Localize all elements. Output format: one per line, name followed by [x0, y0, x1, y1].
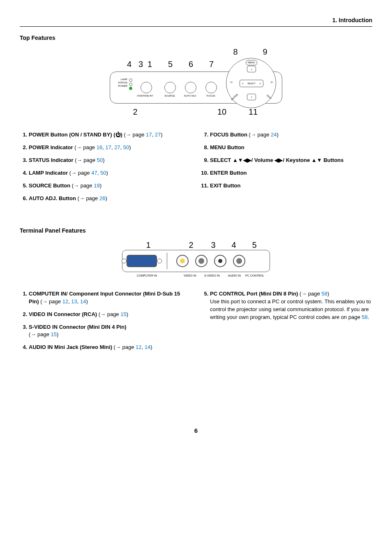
diag-vol-right-icon: ▻: [271, 80, 273, 84]
top-features-left: POWER Button (ON / STAND BY) (⏻) (→ page…: [20, 131, 191, 202]
diag-label-autoadj: AUTO ADJ.: [180, 94, 201, 97]
page-link[interactable]: 17: [105, 144, 111, 150]
feature-item-close: ): [86, 298, 88, 305]
feature-item-title: ENTER Button: [210, 170, 247, 176]
diag-label-source: SOURCE: [159, 94, 180, 97]
feature-item-tail: (→ page: [247, 132, 271, 138]
feature-item: MENU Button: [210, 144, 372, 152]
feature-item-title: EXIT Button: [210, 182, 240, 189]
page-link[interactable]: 24: [271, 132, 277, 138]
diag-enter-label: ENTER: [231, 93, 239, 101]
feature-item-tail: (→ page: [29, 331, 51, 337]
feature-item-close: ): [129, 144, 131, 150]
page-link[interactable]: 15: [120, 311, 126, 317]
link-separator: ,: [120, 144, 123, 150]
feature-item: SELECT ▲▼◀▶/ Volume ◀▶/ Keystone ▲▼ Butt…: [210, 157, 372, 164]
page-link[interactable]: 19: [94, 182, 99, 189]
diag-label-status: STATUS: [113, 81, 127, 84]
led-power: [129, 87, 132, 90]
term-item-5-bodylink[interactable]: 58: [362, 314, 367, 320]
led-lamp: [129, 78, 132, 82]
feature-item-tail: (→ page: [68, 170, 91, 176]
diag-exit-label: EXIT: [266, 94, 272, 100]
page-link[interactable]: 50: [100, 170, 106, 176]
page-link[interactable]: 47: [91, 170, 97, 176]
term-item-5-close: ): [327, 291, 329, 297]
term-item-5-body1: Use this port to connect a PC or control…: [210, 298, 371, 320]
feature-item: SOURCE Button (→ page 19): [29, 182, 191, 190]
page-link[interactable]: 14: [80, 298, 86, 305]
feature-item-title: S-VIDEO IN Connector (Mini DIN 4 Pin): [29, 324, 127, 330]
feature-item: AUDIO IN Mini Jack (Stereo Mini) (→ page…: [29, 344, 191, 351]
feature-item-close: ): [100, 182, 101, 189]
term-callout-2: 2: [187, 239, 195, 251]
callout-1: 1: [148, 58, 152, 70]
term-callout-1: 1: [144, 239, 152, 251]
feature-item-title: FOCUS Button: [210, 132, 247, 138]
link-separator: ,: [142, 344, 145, 350]
diag-dpad-down: ▿: [247, 94, 256, 100]
port-computer-in: [127, 255, 157, 267]
port-svideo-in: [195, 255, 208, 267]
feature-item-close: ): [103, 157, 104, 163]
top-features-right: FOCUS Button (→ page 24)MENU ButtonSELEC…: [201, 131, 372, 189]
port-audio-in: [214, 255, 226, 267]
page-link[interactable]: 27: [114, 144, 120, 150]
page-link[interactable]: 12: [136, 344, 141, 350]
term-callout-3: 3: [209, 239, 217, 251]
port-pc-control: [233, 255, 245, 267]
term-callout-4: 4: [230, 239, 238, 251]
feature-item-close: ): [105, 195, 107, 201]
page-link[interactable]: 50: [97, 157, 103, 163]
feature-item-tail: (→ page: [74, 157, 97, 163]
link-separator: ,: [152, 132, 155, 138]
diag-label-focus: FOCUS: [201, 94, 221, 97]
page-link[interactable]: 16: [97, 144, 102, 150]
page-link[interactable]: 27: [155, 132, 161, 138]
feature-item: FOCUS Button (→ page 24): [210, 131, 372, 139]
page-link[interactable]: 17: [146, 132, 152, 138]
feature-item: S-VIDEO IN Connector (Mini DIN 4 Pin)(→ …: [29, 323, 191, 339]
term-item-5-link[interactable]: 58: [321, 291, 327, 297]
chapter-header: 1. Introduction: [20, 16, 372, 25]
led-status: [129, 83, 132, 86]
term-item-5-body2: .: [368, 314, 369, 320]
feature-item: COMPUTER IN/ Component Input Connector (…: [29, 290, 191, 306]
callout-9: 9: [261, 46, 269, 58]
page-link[interactable]: 14: [145, 344, 150, 350]
feature-item-close: ): [277, 132, 279, 138]
callout-8: 8: [231, 46, 240, 58]
page-link[interactable]: 50: [123, 144, 129, 150]
page-link[interactable]: 15: [51, 331, 56, 337]
diag-dpad-up: ▵: [247, 66, 256, 72]
feature-item-title: SELECT ▲▼◀▶/ Volume ◀▶/ Keystone ▲▼ Butt…: [210, 157, 344, 163]
terminal-features-columns: COMPUTER IN/ Component Input Connector (…: [20, 290, 372, 356]
link-separator: ,: [97, 170, 100, 176]
feature-item: VIDEO IN Connector (RCA) (→ page 15): [29, 311, 191, 319]
terminal-features-right: PC CONTROL Port (Mini DIN 8 Pin) (→ page…: [201, 290, 372, 321]
feature-item-close: ): [57, 331, 58, 337]
page-link[interactable]: 26: [99, 195, 105, 201]
port-separator: [167, 253, 167, 269]
feature-item-close: ): [150, 344, 152, 350]
terminal-diagram: 1 2 3 4 5 COMPUTER IN VIDEO IN S-VIDEO I…: [20, 239, 372, 279]
section-title-top: Top Features: [20, 34, 372, 42]
feature-item-close: ): [127, 311, 128, 317]
feature-item-tail: (→ page: [70, 182, 94, 189]
callout-5: 5: [168, 58, 173, 70]
term-item-5-tail: (→ page: [298, 291, 321, 297]
top-panel-diagram: 8 9 4 3 1 5 6 7 LAMP STATUS POWER ON/STA…: [20, 46, 372, 119]
diag-autoadj-button: [185, 82, 196, 93]
feature-item: POWER Button (ON / STAND BY) (⏻) (→ page…: [29, 131, 191, 139]
page-link[interactable]: 13: [71, 298, 77, 305]
terminal-features-left: COMPUTER IN/ Component Input Connector (…: [20, 290, 191, 351]
page-link[interactable]: 12: [62, 298, 68, 305]
feature-item-title: STATUS Indicator: [29, 157, 74, 163]
feature-item: ENTER Button: [210, 169, 372, 177]
feature-item-close: ): [106, 170, 108, 176]
term-label-video: VIDEO IN: [184, 274, 196, 278]
feature-item: EXIT Button: [210, 182, 372, 190]
feature-item-title: AUDIO IN Mini Jack (Stereo Mini): [29, 344, 112, 350]
feature-item-tail: (→ page: [122, 132, 146, 138]
top-panel-body: LAMP STATUS POWER ON/STAND BY SOURCE AUT…: [110, 72, 282, 104]
